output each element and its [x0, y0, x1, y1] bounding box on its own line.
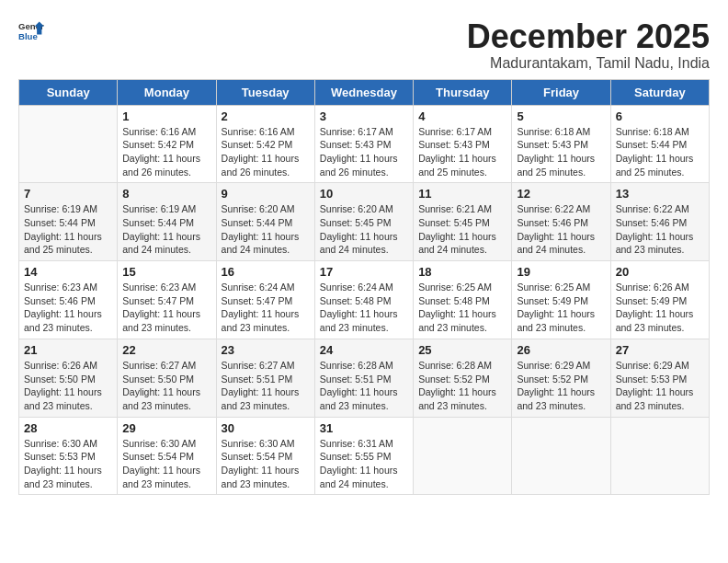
day-number: 4: [418, 109, 506, 123]
calendar-cell: 21Sunrise: 6:26 AM Sunset: 5:50 PM Dayli…: [19, 339, 118, 417]
day-info: Sunrise: 6:19 AM Sunset: 5:44 PM Dayligh…: [122, 202, 210, 257]
calendar-cell: 24Sunrise: 6:28 AM Sunset: 5:51 PM Dayli…: [314, 339, 413, 417]
calendar-cell: [610, 417, 709, 495]
calendar-cell: 18Sunrise: 6:25 AM Sunset: 5:48 PM Dayli…: [414, 261, 512, 339]
calendar-cell: 1Sunrise: 6:16 AM Sunset: 5:42 PM Daylig…: [118, 105, 216, 183]
column-header-wednesday: Wednesday: [314, 79, 413, 105]
day-number: 14: [24, 265, 112, 279]
calendar-week-row: 28Sunrise: 6:30 AM Sunset: 5:53 PM Dayli…: [19, 417, 710, 495]
calendar-cell: [512, 417, 610, 495]
day-number: 23: [222, 343, 310, 357]
calendar-cell: 28Sunrise: 6:30 AM Sunset: 5:53 PM Dayli…: [19, 417, 118, 495]
day-number: 24: [320, 343, 408, 357]
calendar-week-row: 1Sunrise: 6:16 AM Sunset: 5:42 PM Daylig…: [19, 105, 710, 183]
day-number: 5: [517, 109, 605, 123]
calendar-cell: 10Sunrise: 6:20 AM Sunset: 5:45 PM Dayli…: [314, 183, 413, 261]
calendar-cell: 2Sunrise: 6:16 AM Sunset: 5:42 PM Daylig…: [216, 105, 314, 183]
day-number: 25: [418, 343, 506, 357]
day-number: 20: [616, 265, 704, 279]
calendar-cell: 15Sunrise: 6:23 AM Sunset: 5:47 PM Dayli…: [118, 261, 216, 339]
day-number: 9: [222, 187, 310, 201]
day-number: 17: [320, 265, 408, 279]
logo: General Blue: [18, 18, 44, 44]
calendar-cell: [19, 105, 118, 183]
day-info: Sunrise: 6:19 AM Sunset: 5:44 PM Dayligh…: [24, 202, 112, 257]
day-info: Sunrise: 6:29 AM Sunset: 5:53 PM Dayligh…: [616, 359, 704, 413]
calendar-cell: 29Sunrise: 6:30 AM Sunset: 5:54 PM Dayli…: [118, 417, 216, 495]
calendar-cell: 20Sunrise: 6:26 AM Sunset: 5:49 PM Dayli…: [610, 261, 709, 339]
calendar-cell: 3Sunrise: 6:17 AM Sunset: 5:43 PM Daylig…: [314, 105, 413, 183]
day-info: Sunrise: 6:24 AM Sunset: 5:48 PM Dayligh…: [320, 281, 408, 335]
title-block: December 2025 Madurantakam, Tamil Nadu, …: [467, 18, 710, 72]
calendar-cell: 12Sunrise: 6:22 AM Sunset: 5:46 PM Dayli…: [512, 183, 610, 261]
day-number: 12: [517, 187, 605, 201]
day-info: Sunrise: 6:22 AM Sunset: 5:46 PM Dayligh…: [616, 202, 704, 257]
day-info: Sunrise: 6:29 AM Sunset: 5:52 PM Dayligh…: [517, 359, 605, 413]
calendar-week-row: 21Sunrise: 6:26 AM Sunset: 5:50 PM Dayli…: [19, 339, 710, 417]
day-info: Sunrise: 6:22 AM Sunset: 5:46 PM Dayligh…: [517, 202, 605, 257]
logo-icon: General Blue: [18, 18, 44, 44]
day-info: Sunrise: 6:20 AM Sunset: 5:44 PM Dayligh…: [222, 202, 310, 257]
day-info: Sunrise: 6:18 AM Sunset: 5:44 PM Dayligh…: [616, 125, 704, 179]
calendar-cell: 5Sunrise: 6:18 AM Sunset: 5:43 PM Daylig…: [512, 105, 610, 183]
day-info: Sunrise: 6:17 AM Sunset: 5:43 PM Dayligh…: [418, 125, 506, 179]
calendar-cell: 19Sunrise: 6:25 AM Sunset: 5:49 PM Dayli…: [512, 261, 610, 339]
column-header-monday: Monday: [118, 79, 216, 105]
day-number: 31: [320, 421, 408, 435]
day-info: Sunrise: 6:18 AM Sunset: 5:43 PM Dayligh…: [517, 125, 605, 179]
day-number: 11: [418, 187, 506, 201]
calendar-cell: 30Sunrise: 6:30 AM Sunset: 5:54 PM Dayli…: [216, 417, 314, 495]
column-header-thursday: Thursday: [414, 79, 512, 105]
day-number: 16: [222, 265, 310, 279]
column-header-sunday: Sunday: [19, 79, 118, 105]
calendar-cell: 26Sunrise: 6:29 AM Sunset: 5:52 PM Dayli…: [512, 339, 610, 417]
calendar-cell: [414, 417, 512, 495]
day-number: 3: [320, 109, 408, 123]
calendar-table: SundayMondayTuesdayWednesdayThursdayFrid…: [18, 79, 710, 496]
day-info: Sunrise: 6:16 AM Sunset: 5:42 PM Dayligh…: [122, 125, 210, 179]
day-info: Sunrise: 6:16 AM Sunset: 5:42 PM Dayligh…: [222, 125, 310, 179]
calendar-cell: 25Sunrise: 6:28 AM Sunset: 5:52 PM Dayli…: [414, 339, 512, 417]
day-number: 8: [122, 187, 210, 201]
calendar-cell: 31Sunrise: 6:31 AM Sunset: 5:55 PM Dayli…: [314, 417, 413, 495]
day-number: 26: [517, 343, 605, 357]
day-number: 10: [320, 187, 408, 201]
calendar-cell: 22Sunrise: 6:27 AM Sunset: 5:50 PM Dayli…: [118, 339, 216, 417]
day-info: Sunrise: 6:25 AM Sunset: 5:48 PM Dayligh…: [418, 281, 506, 335]
day-info: Sunrise: 6:23 AM Sunset: 5:47 PM Dayligh…: [122, 281, 210, 335]
day-info: Sunrise: 6:21 AM Sunset: 5:45 PM Dayligh…: [418, 202, 506, 257]
calendar-cell: 7Sunrise: 6:19 AM Sunset: 5:44 PM Daylig…: [19, 183, 118, 261]
day-info: Sunrise: 6:27 AM Sunset: 5:51 PM Dayligh…: [222, 359, 310, 413]
day-info: Sunrise: 6:24 AM Sunset: 5:47 PM Dayligh…: [222, 281, 310, 335]
day-info: Sunrise: 6:28 AM Sunset: 5:51 PM Dayligh…: [320, 359, 408, 413]
day-number: 7: [24, 187, 112, 201]
day-info: Sunrise: 6:20 AM Sunset: 5:45 PM Dayligh…: [320, 202, 408, 257]
day-number: 18: [418, 265, 506, 279]
day-number: 28: [24, 421, 112, 435]
calendar-cell: 17Sunrise: 6:24 AM Sunset: 5:48 PM Dayli…: [314, 261, 413, 339]
day-number: 30: [222, 421, 310, 435]
calendar-cell: 14Sunrise: 6:23 AM Sunset: 5:46 PM Dayli…: [19, 261, 118, 339]
day-info: Sunrise: 6:30 AM Sunset: 5:54 PM Dayligh…: [122, 437, 210, 491]
day-info: Sunrise: 6:17 AM Sunset: 5:43 PM Dayligh…: [320, 125, 408, 179]
calendar-header-row: SundayMondayTuesdayWednesdayThursdayFrid…: [19, 79, 710, 105]
day-number: 1: [122, 109, 210, 123]
day-number: 27: [616, 343, 704, 357]
day-info: Sunrise: 6:25 AM Sunset: 5:49 PM Dayligh…: [517, 281, 605, 335]
calendar-body: 1Sunrise: 6:16 AM Sunset: 5:42 PM Daylig…: [19, 105, 710, 495]
day-info: Sunrise: 6:30 AM Sunset: 5:54 PM Dayligh…: [222, 437, 310, 491]
month-title: December 2025: [467, 18, 710, 55]
calendar-week-row: 14Sunrise: 6:23 AM Sunset: 5:46 PM Dayli…: [19, 261, 710, 339]
day-number: 22: [122, 343, 210, 357]
day-number: 29: [122, 421, 210, 435]
column-header-tuesday: Tuesday: [216, 79, 314, 105]
calendar-cell: 13Sunrise: 6:22 AM Sunset: 5:46 PM Dayli…: [610, 183, 709, 261]
page-header: General Blue December 2025 Madurantakam,…: [18, 18, 710, 72]
day-number: 15: [122, 265, 210, 279]
day-number: 6: [616, 109, 704, 123]
day-info: Sunrise: 6:26 AM Sunset: 5:49 PM Dayligh…: [616, 281, 704, 335]
column-header-friday: Friday: [512, 79, 610, 105]
day-number: 2: [222, 109, 310, 123]
day-info: Sunrise: 6:28 AM Sunset: 5:52 PM Dayligh…: [418, 359, 506, 413]
calendar-cell: 16Sunrise: 6:24 AM Sunset: 5:47 PM Dayli…: [216, 261, 314, 339]
